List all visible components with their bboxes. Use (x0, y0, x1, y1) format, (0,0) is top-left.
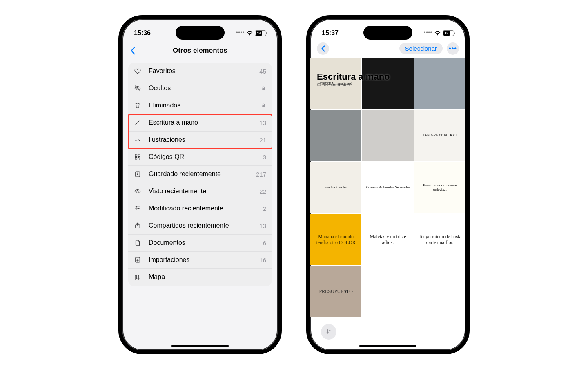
row-label: Documentos (149, 239, 263, 246)
list-row-heart[interactable]: Favoritos45 (128, 63, 272, 80)
arrows-up-down-icon (325, 329, 332, 335)
row-count: 22 (259, 188, 266, 195)
album-subtitle: 13 elementos (317, 82, 390, 87)
lock-icon (261, 103, 266, 108)
qr-icon (134, 153, 144, 161)
svg-point-10 (136, 210, 137, 210)
chevron-left-icon (321, 45, 325, 52)
photo-thumbnail[interactable] (310, 110, 361, 161)
photo-thumbnail[interactable] (414, 58, 466, 109)
battery-icon: 34 (443, 30, 454, 36)
album-header-bar: Seleccionar ••• (310, 42, 466, 58)
share-icon (134, 222, 144, 229)
row-label: Modificado recientemente (149, 205, 263, 212)
thumbnail-text: THE GREAT JACKET (423, 133, 457, 138)
album-title: Escritura a mano (317, 72, 390, 82)
photo-thumbnail[interactable]: Maletas y un triste adios. (362, 214, 413, 265)
navigation-bar: Otros elementos (122, 42, 278, 60)
dynamic-island (176, 26, 225, 40)
svg-point-8 (136, 206, 137, 207)
thumbnail-text: Tengo miedo de hasta darte una flor. (416, 234, 464, 246)
photo-thumbnail[interactable]: PRESUPUESTO (310, 266, 361, 317)
cellular-icon: •••• (424, 29, 432, 35)
row-label: Compartidos recientemente (149, 222, 259, 229)
row-label: Escritura a mano (149, 119, 259, 126)
row-label: Visto recientemente (149, 188, 259, 195)
row-label: Mapa (149, 273, 266, 281)
row-count: 2 (263, 205, 266, 212)
page-title: Otros elementos (173, 47, 227, 55)
home-indicator[interactable] (172, 345, 229, 347)
list-row-eyeoff[interactable]: Ocultos (128, 80, 272, 97)
thumbnail-text: handwritten list (325, 185, 347, 190)
pencil-icon (134, 119, 144, 126)
photo-thumbnail[interactable]: Mañana el mundo tendra otro COLOR (310, 214, 361, 265)
back-button[interactable] (130, 47, 136, 55)
row-label: Importaciones (149, 256, 259, 264)
list-row-qr[interactable]: Códigos QR3 (128, 149, 272, 166)
list-row-import[interactable]: Importaciones16 (128, 252, 272, 269)
photo-thumbnail[interactable]: Para ti vivira si viviese todavia... (414, 162, 466, 213)
thumbnail-text: Para ti vivira si viviese todavia... (416, 183, 464, 192)
list-row-scribble[interactable]: Ilustraciones21 (128, 132, 272, 149)
lock-icon (261, 86, 266, 91)
album-heading: Escritura a mano 13 elementos (317, 72, 390, 87)
chevron-left-icon (130, 47, 136, 55)
photo-thumbnail[interactable]: handwritten list (310, 162, 361, 213)
row-count: 16 (259, 257, 266, 264)
list-row-eye[interactable]: Visto recientemente22 (128, 183, 272, 200)
more-button[interactable]: ••• (447, 42, 459, 55)
svg-rect-2 (262, 105, 265, 107)
thumbnail-text: Estamos Adheridos Separados (366, 185, 410, 190)
sliders-icon (134, 205, 144, 212)
list-row-sliders[interactable]: Modificado recientemente2 (128, 200, 272, 217)
photo-thumbnail[interactable]: Estamos Adheridos Separados (362, 162, 413, 213)
thumbnail-text: PRESUPUESTO (319, 288, 352, 294)
thumbnail-text: Mañana el mundo tendra otro COLOR (312, 234, 360, 246)
ellipsis-icon: ••• (449, 45, 457, 52)
row-count: 13 (259, 119, 266, 126)
dynamic-island (363, 26, 412, 40)
wifi-icon (434, 31, 441, 36)
list-row-share[interactable]: Compartidos recientemente13 (128, 217, 272, 235)
battery-icon: 34 (255, 30, 266, 36)
heart-icon (134, 67, 144, 75)
phone-left: 15:36 •••• 34 Otros elementos Favoritos4… (118, 15, 282, 354)
phone-right: 15:37 •••• 34 Seleccionar ••• Escritura … (306, 15, 470, 354)
row-count: 3 (263, 154, 266, 161)
trash-icon (134, 102, 144, 109)
download-icon (134, 170, 144, 178)
row-label: Favoritos (149, 67, 259, 75)
photo-thumbnail[interactable]: Tengo miedo de hasta darte una flor. (414, 214, 466, 265)
photo-thumbnail[interactable]: THE GREAT JACKET (414, 110, 466, 161)
row-label: Eliminados (149, 102, 261, 109)
photo-thumbnail[interactable] (362, 110, 413, 161)
list-row-doc[interactable]: Documentos6 (128, 235, 272, 252)
cellular-icon: •••• (236, 29, 245, 35)
list-row-map[interactable]: Mapa (128, 269, 272, 286)
eye-icon (134, 188, 144, 195)
row-label: Guardado recientemente (149, 170, 256, 178)
row-count: 217 (256, 171, 266, 178)
row-label: Ilustraciones (149, 136, 259, 143)
back-button[interactable] (317, 42, 329, 55)
list-row-trash[interactable]: Eliminados (128, 97, 272, 114)
scribble-icon (134, 136, 144, 143)
import-icon (134, 256, 144, 264)
row-count: 45 (259, 68, 266, 75)
svg-point-9 (138, 208, 139, 209)
list-row-download[interactable]: Guardado recientemente217 (128, 166, 272, 183)
photo-grid[interactable]: TETERA menu boardTHE GREAT JACKEThandwri… (310, 58, 466, 318)
select-button[interactable]: Seleccionar (399, 43, 443, 54)
status-time: 15:36 (134, 29, 151, 37)
svg-point-7 (137, 190, 138, 192)
list-row-pencil[interactable]: Escritura a mano13 (128, 114, 272, 132)
thumbnail-text: Maletas y un triste adios. (364, 234, 412, 246)
home-indicator[interactable] (359, 345, 416, 347)
row-count: 6 (263, 239, 266, 246)
doc-icon (134, 239, 144, 246)
map-icon (134, 273, 144, 281)
row-label: Códigos QR (149, 153, 263, 161)
sort-button[interactable] (321, 324, 336, 340)
status-time: 15:37 (322, 29, 339, 37)
